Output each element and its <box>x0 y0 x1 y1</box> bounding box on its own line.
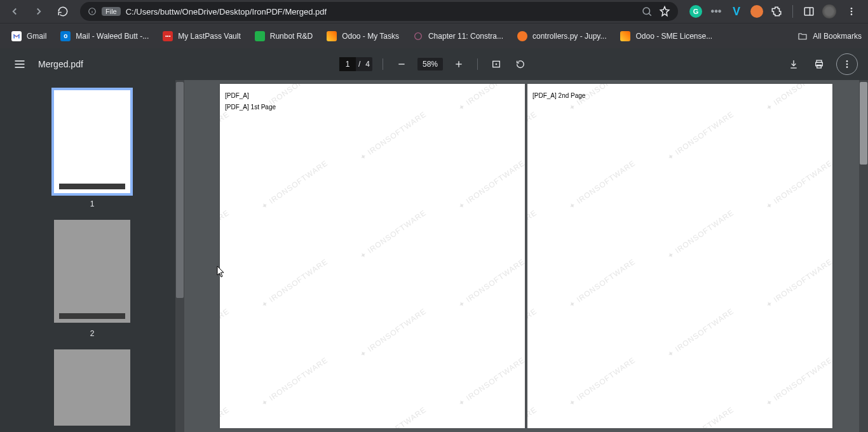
page-line: [PDF_A] 2nd Page <box>532 90 827 102</box>
bookmark-runbot[interactable]: Runbot R&D <box>250 29 318 44</box>
back-button[interactable] <box>4 2 25 21</box>
svg-point-7 <box>851 8 853 10</box>
svg-point-9 <box>851 13 853 15</box>
svg-line-4 <box>649 13 651 16</box>
bookmark-label: Odoo - My Tasks <box>342 32 399 41</box>
bookmark-label: Runbot R&D <box>270 32 313 41</box>
divider <box>477 58 478 70</box>
bookmark-odoo-tasks[interactable]: Odoo - My Tasks <box>322 29 404 44</box>
odoo-icon <box>327 31 337 41</box>
rotate-button[interactable] <box>512 56 529 72</box>
pdf-body: 1 2 ✦ IRONSOFTWARE✦ IRONSOFTWARE✦ IRONSO… <box>0 80 868 432</box>
svg-rect-12 <box>15 64 25 65</box>
extensions-icon[interactable] <box>771 6 782 17</box>
bookmark-label: Gmail <box>27 32 46 41</box>
info-icon <box>88 7 97 16</box>
svg-point-3 <box>643 8 650 15</box>
page-area[interactable]: ✦ IRONSOFTWARE✦ IRONSOFTWARE✦ IRONSOFTWA… <box>184 80 868 432</box>
file-badge: File <box>102 7 121 16</box>
svg-rect-13 <box>15 67 25 68</box>
lastpass-icon: ••• <box>163 31 173 41</box>
svg-rect-5 <box>804 8 813 15</box>
vimeo-ext-icon[interactable]: V <box>730 5 743 18</box>
bookmark-label: Odoo - SME License... <box>635 32 712 41</box>
page-input[interactable] <box>339 57 356 71</box>
pdf-menu-button[interactable] <box>10 58 29 71</box>
page-total: 4 <box>363 60 372 69</box>
zoom-out-button[interactable] <box>393 56 410 72</box>
download-button[interactable] <box>785 56 802 72</box>
pdf-toolbar: Merged.pdf / 4 58% <box>0 48 868 80</box>
browser-navbar: File C:/Users/buttw/OneDrive/Desktop/Iro… <box>0 0 868 23</box>
ring-icon <box>413 31 423 41</box>
pdf-page-2[interactable]: ✦ IRONSOFTWARE✦ IRONSOFTWARE✦ IRONSOFTWA… <box>527 84 832 428</box>
svg-point-25 <box>846 66 848 68</box>
svg-point-10 <box>415 32 422 39</box>
page-indicator: / 4 <box>339 57 372 71</box>
outlook-icon: o <box>60 31 71 41</box>
profile-avatar[interactable] <box>822 4 836 18</box>
thumbnail-1[interactable]: 1 <box>0 90 184 208</box>
thumbnail-3[interactable] <box>0 349 184 426</box>
runbot-icon <box>255 31 265 41</box>
ext-icon[interactable] <box>750 5 763 18</box>
bookmark-label: Chapter 11: Constra... <box>428 32 503 41</box>
address-bar[interactable]: File C:/Users/buttw/OneDrive/Desktop/Iro… <box>80 2 678 21</box>
divider <box>383 58 383 70</box>
svg-point-8 <box>851 11 853 13</box>
ext-icon[interactable]: ••• <box>710 5 722 18</box>
page-line: [PDF_A] <box>225 90 520 102</box>
forward-button[interactable] <box>28 2 50 21</box>
pdf-page-1[interactable]: ✦ IRONSOFTWARE✦ IRONSOFTWARE✦ IRONSOFTWA… <box>220 84 525 428</box>
bookmark-chapter11[interactable]: Chapter 11: Constra... <box>408 29 508 44</box>
page-text: [PDF_A] [PDF_A] 1st Page <box>220 84 525 119</box>
bookmark-label: Mail - Waleed Butt -... <box>76 32 149 41</box>
svg-point-24 <box>846 64 848 65</box>
zoom-in-button[interactable] <box>451 56 467 72</box>
zoom-icon[interactable] <box>641 6 653 17</box>
main-scrollbar[interactable] <box>859 80 868 432</box>
thumbnails-panel[interactable]: 1 2 <box>0 80 184 432</box>
reload-button[interactable] <box>52 2 74 21</box>
pdf-filename: Merged.pdf <box>38 59 83 69</box>
svg-point-23 <box>846 60 848 62</box>
grammarly-ext-icon[interactable]: G <box>689 5 702 18</box>
print-button[interactable] <box>811 56 827 72</box>
all-bookmarks-label: All Bookmarks <box>813 32 862 41</box>
odoo-icon <box>620 31 630 41</box>
bookmark-label: My LastPass Vault <box>178 32 240 41</box>
scrollbar-handle[interactable] <box>860 82 867 165</box>
bookmark-odoo-sme[interactable]: Odoo - SME License... <box>615 29 717 44</box>
pdf-center-controls: / 4 58% <box>339 56 529 72</box>
extensions-area: G ••• V <box>684 4 864 18</box>
bookmark-jupyter[interactable]: controllers.py - Jupy... <box>512 29 611 44</box>
side-panel-icon[interactable] <box>803 6 815 17</box>
bookmark-outlook[interactable]: o Mail - Waleed Butt -... <box>55 29 154 44</box>
bookmark-label: controllers.py - Jupy... <box>532 32 606 41</box>
star-icon[interactable] <box>659 6 670 17</box>
browser-menu-icon[interactable] <box>844 6 859 17</box>
zoom-value[interactable]: 58% <box>417 58 443 71</box>
bookmark-gmail[interactable]: Gmail <box>6 29 51 44</box>
bookmarks-bar: Gmail o Mail - Waleed Butt -... ••• My L… <box>0 23 868 48</box>
more-actions-button[interactable] <box>836 53 858 75</box>
fit-page-button[interactable] <box>488 56 505 72</box>
scrollbar-handle[interactable] <box>176 82 184 298</box>
thumbnails-scrollbar[interactable] <box>175 80 184 432</box>
thumbnail-number: 2 <box>90 329 95 338</box>
gmail-icon <box>11 31 22 41</box>
page-separator: / <box>356 60 363 69</box>
page-text: [PDF_A] 2nd Page <box>527 84 832 108</box>
bookmark-lastpass[interactable]: ••• My LastPass Vault <box>158 29 245 44</box>
url-text: C:/Users/buttw/OneDrive/Desktop/IronPDF/… <box>126 7 327 17</box>
page-line: [PDF_A] 1st Page <box>225 102 520 113</box>
jupyter-icon <box>517 31 527 41</box>
folder-icon <box>797 31 808 41</box>
pdf-right-controls <box>785 53 858 75</box>
svg-rect-11 <box>15 60 25 62</box>
thumbnail-2[interactable]: 2 <box>0 220 184 338</box>
all-bookmarks-button[interactable]: All Bookmarks <box>797 31 862 41</box>
thumbnail-number: 1 <box>90 199 95 208</box>
